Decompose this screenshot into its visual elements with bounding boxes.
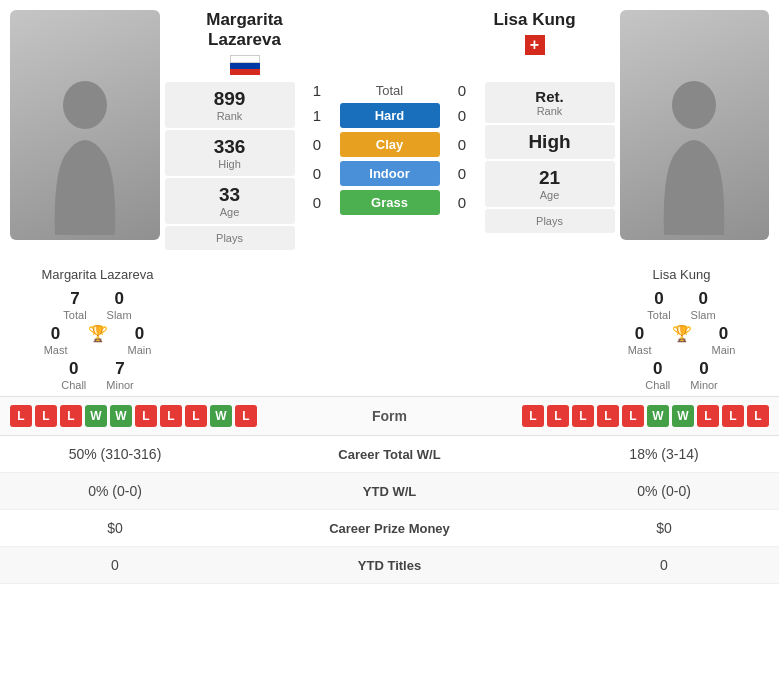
form-badge: L	[10, 405, 32, 427]
grass-row: 0 Grass 0	[300, 190, 480, 215]
left-rank-label: Rank	[171, 110, 289, 122]
left-high-label: High	[171, 158, 289, 170]
names-flags-row: Margarita Lazareva Lisa Kung	[165, 10, 615, 75]
right-chall-lbl: Chall	[645, 379, 670, 391]
left-rank-box: 899 Rank	[165, 82, 295, 128]
stat-center-label: YTD W/L	[310, 484, 470, 499]
left-mast-item: 0 Mast	[44, 324, 68, 356]
indoor-row: 0 Indoor 0	[300, 161, 480, 186]
stat-right-val: 0	[564, 557, 764, 573]
indoor-left-score: 0	[300, 165, 335, 182]
right-mast-main-row: 0 Mast 🏆 0 Main	[628, 324, 736, 356]
right-name-below: Lisa Kung	[653, 267, 711, 282]
left-mast-lbl: Mast	[44, 344, 68, 356]
clay-label: Clay	[340, 132, 440, 157]
right-main-item: 0 Main	[712, 324, 736, 356]
left-form-badges: LLLWWLLLWL	[10, 405, 257, 427]
form-badge: W	[647, 405, 669, 427]
clay-row: 0 Clay 0	[300, 132, 480, 157]
right-total-item: 0 Total	[647, 289, 670, 321]
swiss-flag	[525, 35, 545, 55]
right-chall-minor-row: 0 Chall 0 Minor	[645, 359, 718, 391]
right-high-value: High	[491, 131, 609, 153]
right-minor-val: 0	[699, 359, 708, 379]
top-card: Margarita Lazareva Lisa Kung	[0, 0, 779, 262]
right-total-val: 0	[654, 289, 663, 309]
hard-row: 1 Hard 0	[300, 103, 480, 128]
right-minor-item: 0 Minor	[690, 359, 718, 391]
right-high-box: High	[485, 125, 615, 159]
right-player-stats: Lisa Kung 0 Total 0 Slam 0 M	[594, 267, 769, 391]
left-minor-item: 7 Minor	[106, 359, 134, 391]
right-player-flag	[525, 35, 545, 55]
right-rank-value: Ret.	[491, 88, 609, 105]
right-slam-item: 0 Slam	[691, 289, 716, 321]
left-bottom-stats: Margarita Lazareva 7 Total 0 Slam 0	[10, 267, 185, 391]
left-player-photo	[10, 10, 160, 240]
form-badge: L	[722, 405, 744, 427]
right-chall-item: 0 Chall	[645, 359, 670, 391]
left-age-value: 33	[171, 184, 289, 206]
form-badge: L	[235, 405, 257, 427]
indoor-right-score: 0	[445, 165, 480, 182]
left-slam-lbl: Slam	[107, 309, 132, 321]
form-badge: L	[572, 405, 594, 427]
left-total-item: 7 Total	[63, 289, 86, 321]
content-rows: 899 Rank 336 High 33 Age Plays	[165, 80, 615, 252]
grass-label: Grass	[340, 190, 440, 215]
right-slam-lbl: Slam	[691, 309, 716, 321]
grass-left-score: 0	[300, 194, 335, 211]
svg-point-0	[63, 81, 107, 129]
left-name-below: Margarita Lazareva	[42, 267, 154, 282]
left-mast-val: 0	[51, 324, 60, 344]
form-badge: L	[135, 405, 157, 427]
form-badge: L	[60, 405, 82, 427]
bottom-stats-row: Margarita Lazareva 7 Total 0 Slam 0	[0, 262, 779, 396]
form-badge: W	[672, 405, 694, 427]
grass-right-score: 0	[445, 194, 480, 211]
left-player-header: Margarita Lazareva	[170, 10, 320, 75]
left-player-stats: Margarita Lazareva 7 Total 0 Slam 0	[10, 267, 185, 391]
left-main-item: 0 Main	[128, 324, 152, 356]
hard-right-score: 0	[445, 107, 480, 124]
right-total-lbl: Total	[647, 309, 670, 321]
total-row: 1 Total 0	[300, 82, 480, 99]
left-chall-lbl: Chall	[61, 379, 86, 391]
stats-row: $0 Career Prize Money $0	[0, 510, 779, 547]
form-badge: L	[160, 405, 182, 427]
left-age-label: Age	[171, 206, 289, 218]
indoor-label: Indoor	[340, 161, 440, 186]
right-main-lbl: Main	[712, 344, 736, 356]
right-chall-val: 0	[653, 359, 662, 379]
stat-right-val: 18% (3-14)	[564, 446, 764, 462]
left-plays-box: Plays	[165, 226, 295, 250]
right-player-photo	[620, 10, 770, 240]
left-main-val: 0	[135, 324, 144, 344]
stat-left-val: 50% (310-316)	[15, 446, 215, 462]
left-total-lbl: Total	[63, 309, 86, 321]
total-right-score: 0	[445, 82, 480, 99]
stat-right-val: 0% (0-0)	[564, 483, 764, 499]
form-badge: L	[35, 405, 57, 427]
form-badge: L	[697, 405, 719, 427]
right-trophy-icon: 🏆	[672, 324, 692, 356]
left-plays-label: Plays	[171, 232, 289, 244]
left-player-flag	[230, 55, 260, 75]
right-age-value: 21	[491, 167, 609, 189]
left-total-slam-row: 7 Total 0 Slam	[63, 289, 131, 321]
form-badge: L	[622, 405, 644, 427]
center-stats: Margarita Lazareva Lisa Kung	[160, 10, 620, 252]
form-badge: L	[547, 405, 569, 427]
stat-left-val: 0% (0-0)	[15, 483, 215, 499]
form-badge: L	[522, 405, 544, 427]
svg-point-1	[672, 81, 716, 129]
left-minor-lbl: Minor	[106, 379, 134, 391]
right-minor-lbl: Minor	[690, 379, 718, 391]
stats-row: 0 YTD Titles 0	[0, 547, 779, 584]
right-plays-label: Plays	[491, 215, 609, 227]
left-main-lbl: Main	[128, 344, 152, 356]
russia-flag	[230, 55, 260, 75]
form-badge: W	[210, 405, 232, 427]
right-bottom-stats: Lisa Kung 0 Total 0 Slam 0 M	[594, 267, 769, 391]
form-badge: L	[747, 405, 769, 427]
